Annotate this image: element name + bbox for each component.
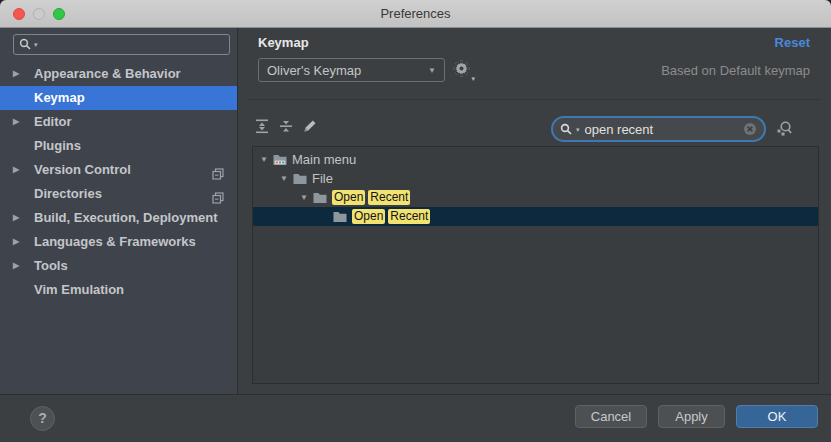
sidebar-item-label: Editor xyxy=(34,114,72,129)
chevron-right-icon[interactable]: ▶ xyxy=(13,110,19,134)
chevron-down-icon[interactable]: ▼ xyxy=(258,155,270,164)
ok-button[interactable]: OK xyxy=(736,405,818,428)
sidebar-item-label: Version Control xyxy=(34,162,131,177)
cancel-button[interactable]: Cancel xyxy=(575,405,647,428)
keymap-select-value: Oliver's Keymap xyxy=(267,63,361,78)
main-menu-icon xyxy=(272,152,288,168)
sidebar-item-label: Directories xyxy=(34,186,102,201)
sidebar-item-label: Plugins xyxy=(34,138,81,153)
search-value: open recent xyxy=(585,122,654,137)
search-match-highlight: Recent xyxy=(368,190,410,205)
sidebar-item-directories[interactable]: Directories xyxy=(0,182,237,206)
close-button[interactable] xyxy=(13,8,25,20)
titlebar: Preferences xyxy=(0,0,831,28)
edit-pencil-button[interactable] xyxy=(302,118,318,134)
search-options-caret-icon[interactable]: ▾ xyxy=(34,41,38,48)
preferences-window: Preferences ▾ ▶ Appearance & Behavior Ke… xyxy=(0,0,831,442)
sidebar-item-label: Languages & Frameworks xyxy=(34,234,196,249)
search-icon xyxy=(560,123,573,136)
sidebar-item-build-execution-deployment[interactable]: ▶ Build, Execution, Deployment xyxy=(0,206,237,230)
sidebar-item-label: Appearance & Behavior xyxy=(34,66,181,81)
search-icon xyxy=(19,38,32,51)
sidebar-item-version-control[interactable]: ▶ Version Control xyxy=(0,158,237,182)
tree-row-main-menu[interactable]: ▼ Main menu xyxy=(253,150,818,169)
zoom-button[interactable] xyxy=(53,8,65,20)
sidebar-item-plugins[interactable]: Plugins xyxy=(0,134,237,158)
dialog-footer: ? Cancel Apply OK xyxy=(0,394,831,442)
keymap-settings-panel: Keymap Reset Oliver's Keymap ▼ xyxy=(238,28,831,394)
find-by-shortcut-button[interactable] xyxy=(775,120,793,138)
sidebar-item-keymap[interactable]: Keymap xyxy=(0,86,237,110)
expand-all-button[interactable] xyxy=(254,118,270,134)
settings-category-list: ▶ Appearance & Behavior Keymap ▶ Editor … xyxy=(0,62,237,302)
sidebar-item-label: Keymap xyxy=(34,90,85,105)
clear-search-button[interactable] xyxy=(743,122,757,136)
tree-row-label: File xyxy=(312,171,333,186)
header-separator xyxy=(248,99,821,100)
help-button[interactable]: ? xyxy=(30,406,55,431)
based-on-label: Based on Default keymap xyxy=(661,63,810,78)
page-title: Keymap xyxy=(258,35,309,50)
chevron-right-icon[interactable]: ▶ xyxy=(13,62,19,86)
settings-sidebar: ▾ ▶ Appearance & Behavior Keymap ▶ Edito… xyxy=(0,28,238,394)
action-search-input[interactable]: ▾ open recent xyxy=(551,116,766,142)
folder-icon xyxy=(292,171,308,187)
collapse-all-button[interactable] xyxy=(278,118,294,134)
chevron-right-icon[interactable]: ▶ xyxy=(13,254,19,278)
chevron-right-icon[interactable]: ▶ xyxy=(13,158,19,182)
chevron-down-icon[interactable]: ▼ xyxy=(278,174,290,183)
chevron-down-icon: ▼ xyxy=(428,66,436,75)
sidebar-item-vim-emulation[interactable]: Vim Emulation xyxy=(0,278,237,302)
search-match-highlight: Open xyxy=(352,209,385,224)
sidebar-item-tools[interactable]: ▶ Tools xyxy=(0,254,237,278)
apply-button[interactable]: Apply xyxy=(658,405,725,428)
sidebar-item-appearance-behavior[interactable]: ▶ Appearance & Behavior xyxy=(0,62,237,86)
search-options-caret-icon[interactable]: ▾ xyxy=(576,126,580,133)
sidebar-item-languages-frameworks[interactable]: ▶ Languages & Frameworks xyxy=(0,230,237,254)
window-title: Preferences xyxy=(0,0,831,28)
tree-row-file[interactable]: ▼ File xyxy=(253,169,818,188)
folder-icon xyxy=(312,190,328,206)
sidebar-item-label: Build, Execution, Deployment xyxy=(34,210,217,225)
minimize-button[interactable] xyxy=(33,8,45,20)
search-match-highlight: Open xyxy=(332,190,365,205)
keymap-action-tree: ▼ Main menu ▼ File xyxy=(252,146,819,384)
sidebar-item-editor[interactable]: ▶ Editor xyxy=(0,110,237,134)
sidebar-item-label: Vim Emulation xyxy=(34,282,124,297)
reset-link[interactable]: Reset xyxy=(775,35,810,50)
chevron-right-icon[interactable]: ▶ xyxy=(13,206,19,230)
gear-icon xyxy=(453,60,470,77)
tree-row-open-recent-selected[interactable]: OpenRecent xyxy=(253,207,818,226)
sidebar-search-input[interactable]: ▾ xyxy=(13,34,230,55)
search-match-highlight: Recent xyxy=(388,209,430,224)
chevron-down-icon[interactable]: ▼ xyxy=(298,193,310,202)
keymap-gear-button[interactable]: ▾ xyxy=(453,60,475,80)
tree-row-label: Main menu xyxy=(292,152,356,167)
folder-icon xyxy=(332,209,348,225)
keymap-select[interactable]: Oliver's Keymap ▼ xyxy=(258,58,445,82)
sidebar-item-label: Tools xyxy=(34,258,68,273)
chevron-down-icon: ▾ xyxy=(471,75,475,82)
tree-row-open-recent[interactable]: ▼ OpenRecent xyxy=(253,188,818,207)
chevron-right-icon[interactable]: ▶ xyxy=(13,230,19,254)
